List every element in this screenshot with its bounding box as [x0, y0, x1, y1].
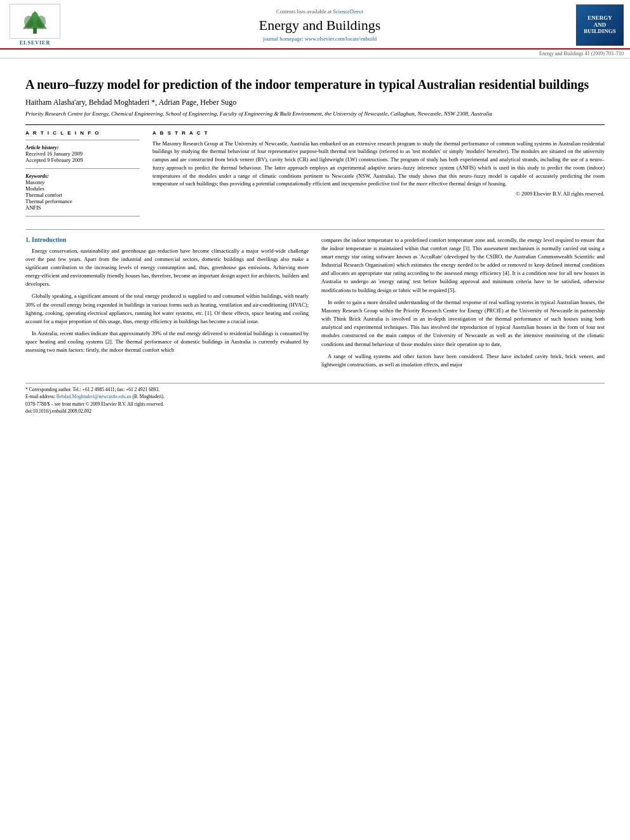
- corresponding-note: * Corresponding author. Tel.: +61 2 4985…: [25, 386, 605, 393]
- received-date: Received 16 January 2009: [25, 150, 140, 157]
- elsevier-tree-icon: [16, 10, 54, 34]
- energy-buildings-logo: ENERGY AND BUILDINGS: [576, 4, 624, 46]
- sciencedirect-line: Contents lists available at ScienceDirec…: [70, 8, 570, 15]
- body-left-col: 1. Introduction Energy conservation, sus…: [25, 236, 309, 373]
- journal-center: Contents lists available at ScienceDirec…: [64, 8, 576, 42]
- body-para-2: Globally speaking, a significant amount …: [25, 292, 309, 326]
- body-para-6: A range of walling systems and other fac…: [321, 352, 605, 369]
- copyright-line: © 2009 Elsevier B.V. All rights reserved…: [152, 190, 605, 197]
- sciencedirect-link[interactable]: ScienceDirect: [333, 8, 363, 15]
- issn-line: 0378-7788/$ – see front matter © 2009 El…: [25, 401, 605, 408]
- citation-line: Energy and Buildings 41 (2009) 703–710: [0, 50, 630, 58]
- left-bottom-divider: [25, 216, 140, 217]
- body-content: 1. Introduction Energy conservation, sus…: [25, 229, 605, 373]
- history-label: Article history:: [25, 144, 140, 150]
- keyword-thermal-comfort: Thermal comfort: [25, 192, 140, 198]
- info-divider: [25, 140, 140, 140]
- info-abstract-section: A R T I C L E I N F O Article history: R…: [25, 130, 605, 220]
- article-info-col: A R T I C L E I N F O Article history: R…: [25, 130, 140, 220]
- keywords-block: Keywords: Masonry Modules Thermal comfor…: [25, 173, 140, 211]
- abstract-col: A B S T R A C T The Masonry Research Gro…: [152, 130, 605, 220]
- journal-title-text: Energy and Buildings: [70, 17, 570, 34]
- journal-homepage: journal homepage: www.elsevier.com/locat…: [70, 36, 570, 42]
- main-content: A neuro–fuzzy model for prediction of th…: [0, 58, 630, 421]
- body-para-3: In Australia, recent studies indicate th…: [25, 330, 309, 355]
- article-title: A neuro–fuzzy model for prediction of th…: [25, 76, 605, 93]
- section1-title: 1. Introduction: [25, 236, 309, 243]
- elsevier-logo: ELSEVIER: [6, 4, 64, 46]
- keyword-modules: Modules: [25, 185, 140, 192]
- elsevier-logo-box: [10, 4, 60, 39]
- body-para-4: compares the indoor temperature to a pre…: [321, 236, 605, 295]
- energy-logo-text: ENERGY AND BUILDINGS: [584, 15, 616, 35]
- abstract-text: The Masonry Research Group at The Univer…: [152, 140, 605, 189]
- accepted-date: Accepted 9 February 2009: [25, 157, 140, 163]
- keyword-anfis: ANFIS: [25, 204, 140, 211]
- divider-top: [25, 124, 605, 125]
- body-two-col: 1. Introduction Energy conservation, sus…: [25, 236, 605, 373]
- abstract-label: A B S T R A C T: [152, 130, 605, 136]
- journal-header: ELSEVIER Contents lists available at Sci…: [0, 0, 630, 50]
- keywords-label: Keywords:: [25, 173, 140, 179]
- email-note: E-mail address: Behdad.Moghtaderi@newcas…: [25, 393, 605, 400]
- authors-line: Haitham Alasha'ary, Behdad Moghtaderi *,…: [25, 98, 605, 107]
- affiliation: Priority Research Centre for Energy, Che…: [25, 110, 605, 118]
- elsevier-text-label: ELSEVIER: [20, 40, 50, 46]
- footer-area: * Corresponding author. Tel.: +61 2 4985…: [25, 383, 605, 415]
- svg-point-5: [31, 11, 38, 21]
- keywords-divider: [25, 168, 140, 169]
- doi-line: doi:10.1016/j.enbuild.2009.02.002: [25, 408, 605, 415]
- body-para-1: Energy conservation, sustainability and …: [25, 247, 309, 289]
- body-right-col: compares the indoor temperature to a pre…: [321, 236, 605, 373]
- article-info-label: A R T I C L E I N F O: [25, 130, 140, 136]
- email-link[interactable]: Behdad.Moghtaderi@newcastle.edu.au: [57, 394, 131, 399]
- body-divider: [25, 229, 605, 230]
- keyword-thermal-performance: Thermal performance: [25, 198, 140, 204]
- keyword-masonry: Masonry: [25, 179, 140, 185]
- body-para-5: In order to gain a more detailed underst…: [321, 298, 605, 349]
- article-history: Article history: Received 16 January 200…: [25, 144, 140, 163]
